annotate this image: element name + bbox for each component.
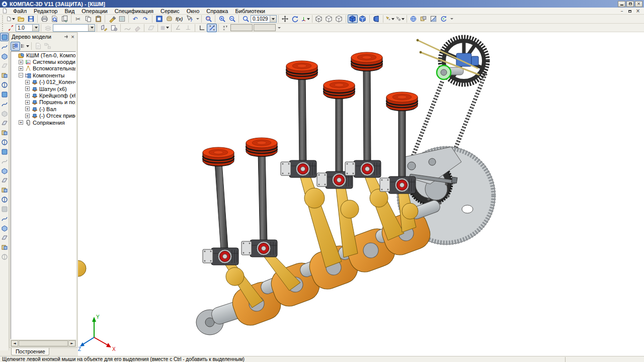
snap-perpendicular-button[interactable]: ⊥ <box>183 24 193 32</box>
compact-panel-tool-icon-4[interactable] <box>0 71 9 79</box>
compact-panel-tool-icon-14[interactable] <box>0 166 9 175</box>
tree-item-7[interactable]: +Поршень и поршневой <box>11 99 75 106</box>
compact-panel-tool-icon-11[interactable] <box>0 138 9 146</box>
tree-item-8[interactable]: +(-) Вал <box>11 106 75 112</box>
menu-item-5[interactable]: Сервис <box>157 8 183 14</box>
tab-construction[interactable]: Построение <box>11 348 49 355</box>
snap-angle-button[interactable]: ∠ <box>173 24 183 32</box>
copy-button[interactable] <box>83 15 93 23</box>
zoom-in-button[interactable] <box>217 15 227 23</box>
compact-panel-tool-icon-17[interactable] <box>0 195 9 204</box>
hide-construction-button[interactable] <box>395 15 405 23</box>
hide-objects-button[interactable] <box>385 15 395 23</box>
expand-icon[interactable]: + <box>25 94 30 98</box>
zoom-to-fit-button[interactable] <box>203 15 213 23</box>
compact-panel-tool-icon-15[interactable] <box>0 176 9 185</box>
viewport-3d[interactable]: Y X Z <box>78 32 644 356</box>
print-preview-button[interactable] <box>49 15 59 23</box>
save-button[interactable] <box>26 15 36 23</box>
compact-panel-tool-icon-3[interactable] <box>0 61 9 70</box>
layers-button[interactable] <box>43 24 53 32</box>
undo-button[interactable]: ↶ <box>130 15 140 23</box>
scroll-thumb[interactable] <box>19 340 68 346</box>
tree-item-6[interactable]: +Крейцкопф (x6) <box>11 92 75 99</box>
compact-panel-tool-icon-9[interactable] <box>0 119 9 127</box>
menu-item-3[interactable]: Операции <box>78 8 111 14</box>
spline-button[interactable] <box>122 24 132 32</box>
coordinates-button[interactable] <box>220 24 230 32</box>
menu-item-0[interactable]: Файл <box>10 8 30 14</box>
placement-plane-button[interactable] <box>146 24 156 32</box>
tree-relations-button[interactable] <box>43 42 52 51</box>
pan-button[interactable] <box>280 15 290 23</box>
print-task-button[interactable] <box>59 15 69 23</box>
tree-composition-button[interactable] <box>20 42 30 51</box>
doc-restore-button[interactable] <box>627 8 633 14</box>
redo-button[interactable]: ↷ <box>140 15 150 23</box>
tree-item-5[interactable]: +Шатун (x6) <box>11 85 75 92</box>
scroll-left-icon[interactable]: ◄ <box>11 340 18 346</box>
tree-report-button[interactable] <box>33 42 43 51</box>
coordinate-y-field[interactable] <box>254 24 276 31</box>
compact-panel-tool-icon-13[interactable] <box>0 157 9 165</box>
expand-icon[interactable]: + <box>19 120 23 125</box>
grid-button[interactable] <box>159 24 170 32</box>
compact-panel-tool-icon-19[interactable] <box>0 214 9 223</box>
tree-item-2[interactable]: +Вспомогательная геометри <box>11 65 75 72</box>
expand-icon[interactable]: + <box>25 100 30 105</box>
tree-horizontal-scrollbar[interactable]: ◄ ► <box>11 340 76 347</box>
document-scale-button[interactable] <box>6 24 16 32</box>
compact-panel-tool-icon-8[interactable] <box>0 109 9 118</box>
zoom-out-button[interactable] <box>227 15 237 23</box>
toolbar-overflow-button[interactable] <box>195 18 200 20</box>
compact-panel-tool-icon-0[interactable] <box>0 33 9 41</box>
zoom-scale-dropdown[interactable] <box>270 16 276 22</box>
current-scale-combo[interactable]: 1.0 <box>16 24 39 32</box>
current-scale-dropdown[interactable] <box>32 25 39 31</box>
mates-view-button[interactable] <box>419 15 429 23</box>
expand-icon[interactable]: + <box>25 114 30 118</box>
coordinate-x-field[interactable] <box>230 24 253 31</box>
menu-item-2[interactable]: Вид <box>61 8 78 14</box>
functions-button[interactable]: f(x) <box>174 15 184 23</box>
layer-dropdown[interactable] <box>88 25 95 31</box>
collapse-icon[interactable]: − <box>19 73 23 77</box>
doc-close-button[interactable]: × <box>635 8 641 14</box>
tree-item-9[interactable]: +(-) Отсек приводов <box>11 113 75 119</box>
library-manager-button[interactable] <box>164 15 174 23</box>
zoom-selection-button[interactable] <box>240 15 251 23</box>
rotate-button[interactable] <box>290 15 300 23</box>
compact-panel-tool-icon-21[interactable] <box>0 233 9 242</box>
compact-panel-tool-icon-6[interactable] <box>0 90 9 99</box>
open-button[interactable] <box>16 15 26 23</box>
expand-icon[interactable]: + <box>19 60 23 64</box>
menu-item-7[interactable]: Справка <box>203 8 231 14</box>
tree-item-10[interactable]: +Сопряжения <box>11 119 75 126</box>
close-panel-icon[interactable]: × <box>69 34 76 40</box>
compact-panel-tool-icon-18[interactable] <box>0 205 9 213</box>
variables-button[interactable] <box>154 15 164 23</box>
menu-item-6[interactable]: Окно <box>183 8 203 14</box>
properties-table-button[interactable] <box>117 15 127 23</box>
print-button[interactable] <box>39 15 49 23</box>
compact-panel-tool-icon-5[interactable] <box>0 80 9 89</box>
section-display-button[interactable] <box>429 15 439 23</box>
toolbar-overflow-button-3[interactable] <box>277 27 281 29</box>
rebuild-button[interactable] <box>439 15 449 23</box>
tree-item-0[interactable]: +КШМ (Тел-0, Компонентов-21) <box>11 52 75 58</box>
display-shaded-button[interactable] <box>348 15 358 23</box>
display-hidden-removed-button[interactable] <box>324 15 334 23</box>
minimize-button[interactable] <box>618 1 625 7</box>
compact-panel-tool-icon-20[interactable] <box>0 224 9 232</box>
compact-panel-tool-icon-2[interactable] <box>0 52 9 60</box>
simplifications-button[interactable] <box>409 15 419 23</box>
new-document-button[interactable] <box>6 15 16 23</box>
pin-panel-icon[interactable] <box>63 34 69 40</box>
close-button[interactable]: × <box>635 1 642 7</box>
expand-icon[interactable]: + <box>19 66 23 71</box>
restore-button[interactable] <box>626 1 634 7</box>
expand-icon[interactable]: + <box>25 86 30 91</box>
menu-item-1[interactable]: Редактор <box>30 8 61 14</box>
sketch-button[interactable] <box>99 24 109 32</box>
compact-panel-tool-icon-16[interactable] <box>0 186 9 194</box>
